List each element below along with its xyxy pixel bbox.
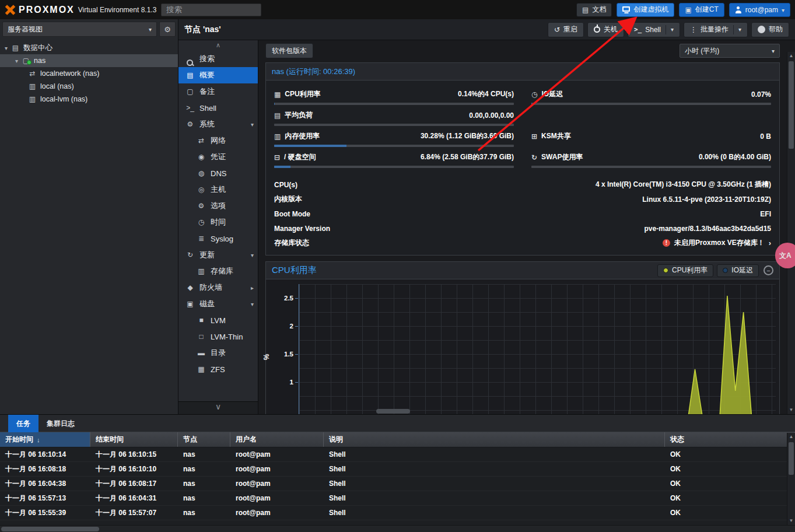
reboot-button[interactable]: ↺ 重启 bbox=[548, 22, 584, 37]
task-row[interactable]: 十一月 06 16:08:18 十一月 06 16:10:10 nas root… bbox=[0, 462, 795, 477]
nav-item-time[interactable]: ◷ 时间 bbox=[178, 214, 258, 230]
nav-item-label: Syslog bbox=[211, 235, 233, 243]
tree-item-localnetwork[interactable]: ⇄ localnetwork (nas) bbox=[0, 67, 178, 80]
chart-body: % 2.521.51 bbox=[266, 279, 779, 414]
scroll-thumb[interactable] bbox=[789, 442, 794, 475]
task-row[interactable]: 十一月 06 15:57:13 十一月 06 16:04:31 nas root… bbox=[0, 491, 795, 506]
tab-tasks[interactable]: 任务 bbox=[8, 415, 38, 432]
column-header-status[interactable]: 状态 bbox=[665, 432, 795, 447]
user-menu-button[interactable]: root@pam bbox=[729, 3, 790, 17]
task-username: root@pam bbox=[230, 509, 324, 517]
nav-item-notes[interactable]: ▢ 备注 bbox=[178, 83, 258, 100]
task-row[interactable]: 十一月 06 16:04:38 十一月 06 16:08:17 nas root… bbox=[0, 477, 795, 491]
nav-item-shell[interactable]: >_ Shell bbox=[178, 100, 258, 116]
column-header-username[interactable]: 用户名 bbox=[230, 432, 324, 447]
tree-item-nas[interactable]: ▢ nas bbox=[0, 54, 178, 67]
scroll-thumb[interactable] bbox=[376, 409, 410, 414]
scroll-up-arrow[interactable] bbox=[787, 433, 795, 441]
proxmox-logo-icon bbox=[5, 5, 15, 15]
nav-item-label: DNS bbox=[211, 169, 226, 178]
nav-item-hosts[interactable]: ◎ 主机 bbox=[178, 181, 258, 198]
tree-item-local-lvm[interactable]: ▥ local-lvm (nas) bbox=[0, 93, 178, 106]
tab-cluster-log[interactable]: 集群日志 bbox=[38, 415, 83, 432]
tree-item-datacenter[interactable]: ▤ 数据中心 bbox=[0, 41, 178, 54]
nav-item-label: 更新 bbox=[199, 250, 215, 260]
nav-item-search[interactable]: 搜索 bbox=[178, 51, 258, 67]
translate-extension-icon[interactable]: 文A bbox=[775, 243, 795, 268]
task-username: root@pam bbox=[230, 494, 324, 502]
nav-scroll-down[interactable] bbox=[178, 401, 258, 414]
column-header-description[interactable]: 说明 bbox=[324, 432, 665, 447]
create-vm-button[interactable]: 创建虚拟机 bbox=[617, 3, 674, 17]
view-mode-select[interactable]: 服务器视图 bbox=[2, 22, 157, 37]
gauge-spacer bbox=[531, 107, 771, 128]
nav-item-lvm[interactable]: ■ LVM bbox=[178, 312, 258, 328]
nav-item-repositories[interactable]: ▥ 存储库 bbox=[178, 263, 258, 279]
global-search-input[interactable] bbox=[161, 4, 261, 16]
nav-item-system[interactable]: ⚙ 系统 ▾ bbox=[178, 116, 258, 132]
shell-button[interactable]: >_ Shell bbox=[628, 22, 680, 37]
nav-item-summary[interactable]: ▤ 概要 bbox=[178, 67, 258, 83]
tree-item-local[interactable]: ▥ local (nas) bbox=[0, 80, 178, 93]
column-header-end-time[interactable]: 结束时间 bbox=[90, 432, 178, 447]
nav-item-firewall[interactable]: ◆ 防火墙 ▸ bbox=[178, 279, 258, 296]
scroll-up-arrow[interactable] bbox=[787, 52, 795, 60]
bulk-actions-button[interactable]: ⋮ 批量操作 bbox=[684, 22, 748, 37]
swap-usage-label: SWAP使用率 bbox=[541, 152, 583, 162]
column-label: 节点 bbox=[183, 435, 197, 444]
documentation-label: 文档 bbox=[592, 5, 606, 15]
task-row[interactable]: 十一月 06 15:55:39 十一月 06 15:57:07 nas root… bbox=[0, 506, 795, 520]
nav-item-disks[interactable]: ▣ 磁盘 ▾ bbox=[178, 296, 258, 312]
content-hscrollbar[interactable] bbox=[258, 408, 787, 414]
chart-title: CPU利用率 bbox=[272, 265, 653, 276]
nav-scroll-up[interactable] bbox=[178, 41, 258, 51]
chevron-down-icon[interactable] bbox=[733, 25, 741, 34]
disk-space-bar bbox=[274, 166, 514, 168]
nav-item-options[interactable]: ⚙ 选项 bbox=[178, 198, 258, 214]
scroll-thumb[interactable] bbox=[1, 527, 99, 531]
scroll-thumb[interactable] bbox=[789, 61, 794, 149]
ksm-sharing-row: ⊞KSM共享 0 B bbox=[531, 128, 771, 149]
package-versions-button[interactable]: 软件包版本 bbox=[265, 43, 313, 58]
documentation-button[interactable]: ▤ 文档 bbox=[576, 3, 612, 17]
y-tick-label: 1.5 bbox=[284, 351, 293, 358]
column-header-node[interactable]: 节点 bbox=[178, 432, 230, 447]
nav-item-zfs[interactable]: ▦ ZFS bbox=[178, 361, 258, 377]
collapse-arrow-icon[interactable] bbox=[5, 44, 8, 52]
tasks-hscrollbar[interactable] bbox=[0, 525, 795, 532]
chevron-down-icon[interactable] bbox=[666, 25, 674, 34]
collapse-arrow-icon[interactable] bbox=[15, 57, 18, 65]
tasks-vscrollbar[interactable] bbox=[787, 433, 795, 525]
proxmox-logo: PROXMOX Virtual Environment 8.1.3 bbox=[5, 5, 156, 15]
nav-item-lvm-thin[interactable]: □ LVM-Thin bbox=[178, 328, 258, 345]
nav-item-label: 时间 bbox=[211, 217, 226, 228]
directory-icon: ▬ bbox=[197, 349, 206, 357]
time-range-select[interactable]: 小时 (平均) bbox=[680, 44, 780, 58]
nav-item-network[interactable]: ⇄ 网络 bbox=[178, 132, 258, 149]
column-header-start-time[interactable]: 开始时间 ↓ bbox=[0, 432, 90, 447]
firewall-icon: ◆ bbox=[185, 284, 195, 292]
collapse-panel-button[interactable] bbox=[764, 265, 773, 275]
load-icon: ▤ bbox=[274, 111, 281, 120]
nav-item-certificates[interactable]: ◉ 凭证 bbox=[178, 149, 258, 165]
task-row[interactable]: 十一月 06 16:10:14 十一月 06 16:10:15 nas root… bbox=[0, 447, 795, 462]
scroll-down-arrow[interactable] bbox=[787, 406, 795, 414]
nav-item-syslog[interactable]: ≣ Syslog bbox=[178, 230, 258, 247]
content-vscrollbar[interactable] bbox=[787, 52, 795, 414]
scroll-down-arrow[interactable] bbox=[787, 517, 795, 525]
task-end-time: 十一月 06 16:10:10 bbox=[90, 464, 178, 474]
sidebar-settings-button[interactable]: ⚙ bbox=[159, 22, 176, 37]
nav-item-dns[interactable]: ◍ DNS bbox=[178, 165, 258, 181]
help-button[interactable]: 帮助 bbox=[751, 22, 789, 37]
legend-button-IO延迟[interactable]: IO延迟 bbox=[717, 264, 759, 277]
shutdown-button[interactable]: 关机 bbox=[587, 22, 624, 37]
nav-item-directory[interactable]: ▬ 目录 bbox=[178, 345, 258, 361]
package-versions-label: 软件包版本 bbox=[272, 46, 307, 56]
nav-item-updates[interactable]: ↻ 更新 ▾ bbox=[178, 247, 258, 263]
nav-caret-icon: ▸ bbox=[251, 285, 254, 291]
disk-space-value: 6.84% (2.58 GiB的37.79 GiB) bbox=[421, 152, 514, 162]
task-node: nas bbox=[178, 509, 230, 517]
create-ct-button[interactable]: ▣ 创建CT bbox=[679, 3, 724, 17]
chevron-right-icon[interactable]: › bbox=[769, 239, 771, 247]
legend-button-CPU利用率[interactable]: CPU利用率 bbox=[657, 264, 713, 277]
